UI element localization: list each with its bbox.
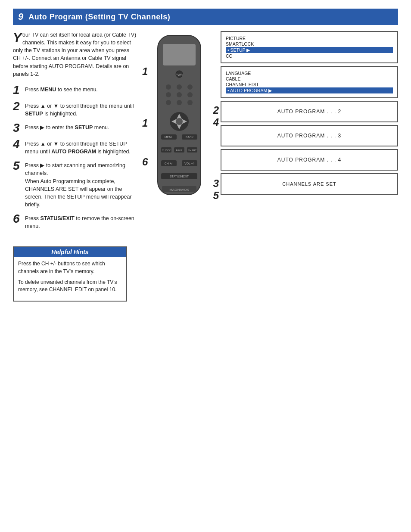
page-title: Auto Program (Setting TV Channels) bbox=[28, 12, 170, 22]
left-column: Y our TV can set itself for local area (… bbox=[13, 31, 138, 234]
remote-step-3: 35 bbox=[213, 177, 219, 202]
step-5-text: Press ▶ to start scanning and memorizing… bbox=[25, 160, 138, 208]
step-2-text: Press ▲ or ▼ to scroll through the menu … bbox=[25, 100, 138, 118]
intro-text: Y our TV can set itself for local area (… bbox=[13, 31, 138, 78]
svg-point-13 bbox=[177, 100, 182, 105]
remote-step-6: 6 bbox=[142, 156, 148, 168]
step-1: 1 Press MENU to see the menu. bbox=[13, 84, 138, 96]
step-4-text: Press ▲ or ▼ to scroll through the SETUP… bbox=[25, 138, 138, 156]
remote-step-1b: 1 bbox=[142, 117, 148, 129]
header: 9 Auto Program (Setting TV Channels) bbox=[13, 9, 398, 25]
remote-step-2: 24 bbox=[213, 104, 219, 128]
page: 9 Auto Program (Setting TV Channels) Y o… bbox=[0, 0, 411, 310]
channels-set-text: CHANNELS ARE SET bbox=[280, 180, 338, 188]
svg-point-12 bbox=[166, 100, 171, 105]
step-3: 3 Press ▶ to enter the SETUP menu. bbox=[13, 122, 138, 134]
menu-auto-program: • AUTO PROGRAM ▶ bbox=[226, 87, 393, 93]
dropcap: Y bbox=[13, 31, 22, 44]
svg-text:CLOCK: CLOCK bbox=[162, 149, 171, 152]
step-1-number: 1 bbox=[13, 84, 22, 96]
svg-point-9 bbox=[166, 92, 171, 97]
step-6-text: Press STATUS/EXIT to remove the on-scree… bbox=[25, 213, 138, 230]
step-4-number: 4 bbox=[13, 138, 22, 150]
hints-body: Press the CH +/- buttons to see which ch… bbox=[14, 257, 126, 301]
remote-wrap: MAGNAVOX PWR bbox=[149, 31, 209, 213]
step-2-number: 2 bbox=[13, 100, 22, 112]
svg-text:PWR: PWR bbox=[176, 73, 183, 76]
svg-point-10 bbox=[177, 92, 182, 97]
menu-setup: • SETUP ▶ bbox=[226, 47, 393, 53]
step-3-number: 3 bbox=[13, 122, 22, 134]
svg-text:MENU: MENU bbox=[165, 136, 174, 139]
page-number: 9 bbox=[18, 11, 23, 22]
svg-text:CH +/-: CH +/- bbox=[165, 162, 174, 165]
svg-point-8 bbox=[187, 84, 193, 90]
svg-rect-1 bbox=[163, 44, 196, 65]
menu-smartlock: SMARTLOCK bbox=[226, 41, 393, 47]
svg-point-6 bbox=[166, 84, 171, 90]
step-6-number: 6 bbox=[13, 213, 22, 225]
helpful-hints-box: Helpful Hints Press the CH +/- buttons t… bbox=[13, 246, 127, 302]
svg-text:VOL +/-: VOL +/- bbox=[184, 162, 195, 165]
svg-text:FAVE: FAVE bbox=[176, 149, 183, 152]
svg-text:BACK: BACK bbox=[185, 136, 193, 139]
main-content: Y our TV can set itself for local area (… bbox=[13, 31, 398, 234]
tv-screen-2: LANGUAGE CABLE CHANNEL EDIT • AUTO PROGR… bbox=[221, 66, 398, 98]
steps-list: 1 Press MENU to see the menu. 2 Press ▲ … bbox=[13, 84, 138, 230]
step-2: 2 Press ▲ or ▼ to scroll through the men… bbox=[13, 100, 138, 118]
hints-title: Helpful Hints bbox=[14, 247, 126, 257]
tv-screen-4: AUTO PROGRAM . . . 3 bbox=[221, 125, 398, 146]
step-3-text: Press ▶ to enter the SETUP menu. bbox=[25, 122, 109, 131]
menu-picture: PICTURE bbox=[226, 36, 393, 41]
hint-1: Press the CH +/- buttons to see which ch… bbox=[18, 260, 122, 275]
menu-cable: CABLE bbox=[226, 76, 393, 81]
auto-prog-3: AUTO PROGRAM . . . 3 bbox=[277, 130, 341, 141]
tv-screen-5: AUTO PROGRAM . . . 4 bbox=[221, 149, 398, 171]
remote-step-1: 1 bbox=[142, 65, 148, 78]
right-column: PICTURE SMARTLOCK • SETUP ▶ CC LANGUAGE … bbox=[221, 31, 398, 234]
tv-screen-3: AUTO PROGRAM . . . 2 bbox=[221, 101, 398, 122]
svg-point-14 bbox=[187, 100, 193, 105]
menu-channel-edit: CHANNEL EDIT bbox=[226, 82, 393, 87]
intro-body: our TV can set itself for local area (or… bbox=[13, 32, 136, 77]
tv-screen-1: PICTURE SMARTLOCK • SETUP ▶ CC bbox=[221, 31, 398, 63]
svg-text:SMART: SMART bbox=[188, 149, 197, 152]
hint-2: To delete unwanted channels from the TV'… bbox=[18, 279, 122, 294]
middle-column: MAGNAVOX PWR bbox=[145, 31, 214, 234]
svg-point-20 bbox=[176, 118, 183, 125]
menu-language: LANGUAGE bbox=[226, 71, 393, 76]
remote-svg: MAGNAVOX PWR bbox=[149, 31, 209, 212]
svg-text:MAGNAVOX: MAGNAVOX bbox=[169, 188, 189, 192]
step-5-number: 5 bbox=[13, 160, 22, 172]
svg-point-11 bbox=[187, 92, 193, 97]
auto-prog-4: AUTO PROGRAM . . . 4 bbox=[277, 154, 341, 165]
menu-cc: CC bbox=[226, 53, 393, 59]
svg-point-7 bbox=[177, 84, 182, 90]
step-5: 5 Press ▶ to start scanning and memorizi… bbox=[13, 160, 138, 208]
auto-prog-2: AUTO PROGRAM . . . 2 bbox=[277, 106, 341, 117]
tv-screen-6: CHANNELS ARE SET bbox=[221, 173, 398, 195]
step-6: 6 Press STATUS/EXIT to remove the on-scr… bbox=[13, 213, 138, 230]
step-4: 4 Press ▲ or ▼ to scroll through the SET… bbox=[13, 138, 138, 156]
step-1-text: Press MENU to see the menu. bbox=[25, 84, 98, 93]
svg-text:STATUS/EXIT: STATUS/EXIT bbox=[170, 175, 189, 178]
